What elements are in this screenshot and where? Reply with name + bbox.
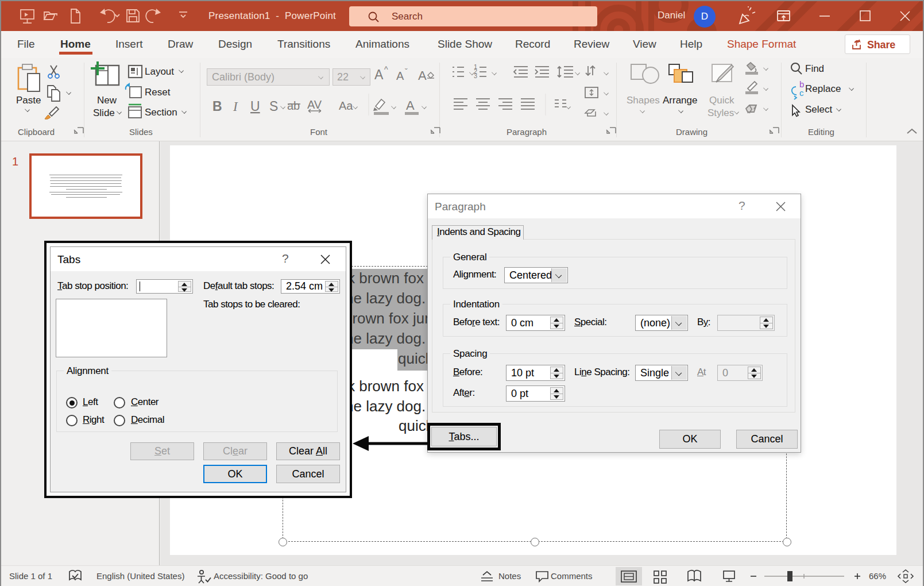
svg-text:3: 3 bbox=[474, 72, 477, 79]
svg-text:A: A bbox=[406, 98, 415, 113]
svg-text:c: c bbox=[799, 88, 804, 98]
svg-text:Aa: Aa bbox=[339, 99, 353, 112]
svg-text:S: S bbox=[269, 99, 278, 114]
svg-text:B: B bbox=[212, 99, 222, 114]
svg-text:ab: ab bbox=[287, 99, 300, 112]
svg-text:U: U bbox=[250, 99, 260, 114]
svg-text:AV: AV bbox=[307, 98, 322, 111]
svg-text:I: I bbox=[233, 99, 238, 114]
